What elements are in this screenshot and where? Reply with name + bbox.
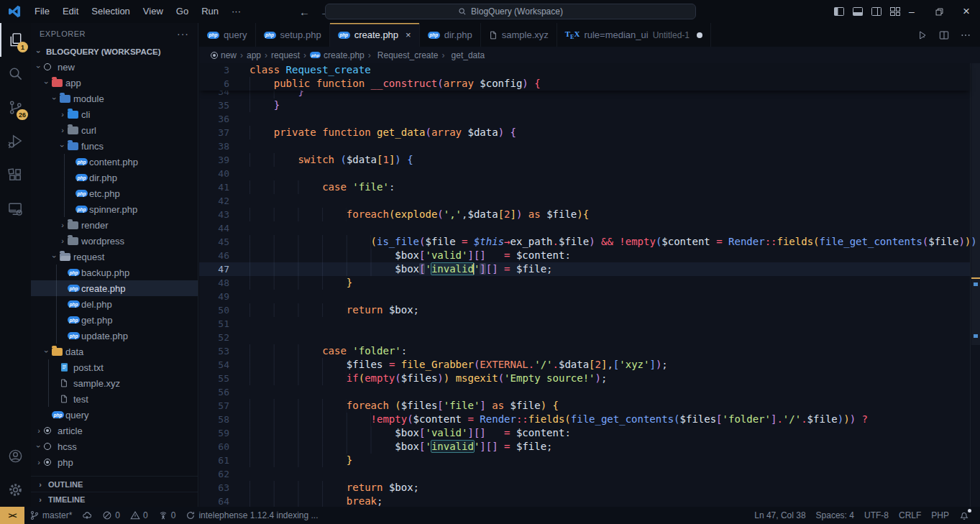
activity-explorer[interactable]: 1 <box>0 23 31 57</box>
tree-item-del-php[interactable]: phpdel.php <box>31 296 198 312</box>
line-number[interactable]: 59 <box>199 426 229 440</box>
toggle-panel-icon[interactable] <box>852 6 864 17</box>
tree-item-funcs[interactable]: ›funcs <box>31 138 198 154</box>
activity-settings[interactable] <box>0 473 31 507</box>
breadcrumb-new[interactable]: new <box>211 50 237 60</box>
activity-run-debug[interactable] <box>0 124 31 158</box>
tab-close-icon[interactable]: × <box>406 29 411 40</box>
tree-item-sample-xyz[interactable]: sample.xyz <box>31 375 198 391</box>
line-number[interactable]: 60 <box>199 440 229 454</box>
menu-[interactable]: ··· <box>225 0 247 23</box>
more-actions-icon[interactable] <box>960 29 971 41</box>
line-number[interactable]: 39 <box>199 153 229 167</box>
toggle-secondary-sidebar-icon[interactable] <box>871 6 882 17</box>
run-icon[interactable] <box>917 29 928 41</box>
code-line-40[interactable]: 40 <box>199 167 970 180</box>
line-number[interactable]: 35 <box>199 98 229 112</box>
line-number[interactable]: 44 <box>199 221 229 235</box>
tab-rule-median_ui[interactable]: TEXrule=median_uiUntitled-1 <box>557 23 711 47</box>
code-line-37[interactable]: 37 private function get_data(array $data… <box>199 126 970 139</box>
line-number[interactable]: 36 <box>199 112 229 126</box>
nav-back-button[interactable]: ← <box>299 6 310 18</box>
line-number[interactable]: 64 <box>199 495 229 507</box>
code-line-49[interactable]: 49 <box>199 290 970 303</box>
breadcrumb-create-php[interactable]: phpcreate.php <box>310 50 365 60</box>
code-line-55[interactable]: 55 if(empty($files)) msgexit('Empty sour… <box>199 372 970 385</box>
code-line-43[interactable]: 43 foreach(explode(',',$data[2]) as $fil… <box>199 208 970 221</box>
line-number[interactable]: 49 <box>199 290 229 303</box>
code-line-39[interactable]: 39 switch ($data[1]) { <box>199 153 970 167</box>
code-line-46[interactable]: 46 $box['valid'][] = $content: <box>199 249 970 262</box>
line-number[interactable]: 58 <box>199 413 229 426</box>
line-number[interactable]: 42 <box>199 194 229 208</box>
line-number[interactable]: 41 <box>199 180 229 194</box>
code-line-63[interactable]: 63 return $box; <box>199 481 970 495</box>
line-number[interactable]: 46 <box>199 249 229 262</box>
tree-item-post-txt[interactable]: post.txt <box>31 359 198 375</box>
code-editor[interactable]: 34 }35 }3637 private function get_data(a… <box>199 63 980 507</box>
restore-button[interactable] <box>925 0 953 23</box>
tree-item-dir-php[interactable]: phpdir.php <box>31 170 198 185</box>
status-warnings[interactable]: 0 <box>125 507 153 524</box>
tree-item-update-php[interactable]: phpupdate.php <box>31 328 198 344</box>
status-language-status[interactable]: intelephense 1.12.4 indexing ... <box>180 507 323 524</box>
menu-run[interactable]: Run <box>195 0 225 23</box>
line-number[interactable]: 38 <box>199 139 229 153</box>
tab-query[interactable]: phpquery <box>199 23 256 47</box>
code-line-44[interactable]: 44 <box>199 221 970 235</box>
tree-item-wordpress[interactable]: ›wordpress <box>31 233 198 249</box>
section-outline[interactable]: ›OUTLINE <box>31 477 198 492</box>
activity-remote-explorer[interactable] <box>0 192 31 226</box>
line-number[interactable]: 37 <box>199 126 229 139</box>
menu-selection[interactable]: Selection <box>85 0 136 23</box>
tree-item-module[interactable]: ›module <box>31 91 198 106</box>
command-center[interactable]: BlogQuery (Workspace) <box>325 4 696 19</box>
code-line-38[interactable]: 38 <box>199 139 970 153</box>
tab-dir-php[interactable]: phpdir.php <box>420 23 481 47</box>
status-remote[interactable]: >< <box>0 507 24 524</box>
code-line-50[interactable]: 50 return $box; <box>199 303 970 317</box>
breadcrumb-Request_create[interactable]: Request_create <box>375 50 439 60</box>
tree-item-curl[interactable]: ›curl <box>31 122 198 138</box>
tree-item-new[interactable]: ›new <box>31 59 198 75</box>
explorer-more-actions[interactable]: ··· <box>177 28 189 40</box>
tree-item-query[interactable]: phpquery <box>31 407 198 423</box>
line-number[interactable]: 54 <box>199 358 229 372</box>
minimize-button[interactable]: – <box>898 0 925 23</box>
menu-edit[interactable]: Edit <box>56 0 85 23</box>
tree-item-article[interactable]: ›article <box>31 423 198 438</box>
section-timeline[interactable]: ›TIMELINE <box>31 492 198 507</box>
tree-item-etc-php[interactable]: phpetc.php <box>31 185 198 201</box>
status-indentation[interactable]: Spaces: 4 <box>811 507 859 524</box>
scrollbar-slider[interactable] <box>971 63 980 345</box>
menu-file[interactable]: File <box>28 0 56 23</box>
line-number[interactable]: 48 <box>199 276 229 290</box>
line-number[interactable]: 45 <box>199 235 229 249</box>
tree-item-test[interactable]: test <box>31 391 198 407</box>
code-line-35[interactable]: 35 } <box>199 98 970 112</box>
code-line-57[interactable]: 57 foreach ($files['file'] as $file) { <box>199 399 970 413</box>
tree-item-cli[interactable]: ›cli <box>31 106 198 122</box>
line-number[interactable]: 63 <box>199 481 229 495</box>
menu-go[interactable]: Go <box>170 0 195 23</box>
activity-accounts[interactable] <box>0 439 31 473</box>
close-button[interactable]: × <box>953 0 980 23</box>
tree-item-create-php[interactable]: phpcreate.php <box>31 280 198 296</box>
tab-create-php[interactable]: phpcreate.php× <box>330 23 420 47</box>
workspace-header[interactable]: › BLOGQUERY (WORKSPACE) <box>31 45 198 59</box>
code-line-45[interactable]: 45 (is_file($file = $this→ex_path.$file)… <box>199 235 970 249</box>
tree-item-get-php[interactable]: phpget.php <box>31 312 198 328</box>
status-errors[interactable]: 0 <box>97 507 125 524</box>
breadcrumb-app[interactable]: app <box>247 50 261 60</box>
breadcrumb-get_data[interactable]: get_data <box>449 50 485 60</box>
tab-setup-php[interactable]: phpsetup.php <box>256 23 330 47</box>
line-number[interactable]: 3 <box>199 63 229 77</box>
tab-sample-xyz[interactable]: sample.xyz <box>481 23 557 47</box>
status-notifications[interactable] <box>954 507 974 524</box>
status-language-mode[interactable]: PHP <box>926 507 954 524</box>
split-editor-icon[interactable] <box>938 29 950 41</box>
line-number[interactable]: 52 <box>199 331 229 344</box>
code-line-48[interactable]: 48 } <box>199 276 970 290</box>
tree-item-data[interactable]: ›data <box>31 344 198 359</box>
line-number[interactable]: 50 <box>199 303 229 317</box>
